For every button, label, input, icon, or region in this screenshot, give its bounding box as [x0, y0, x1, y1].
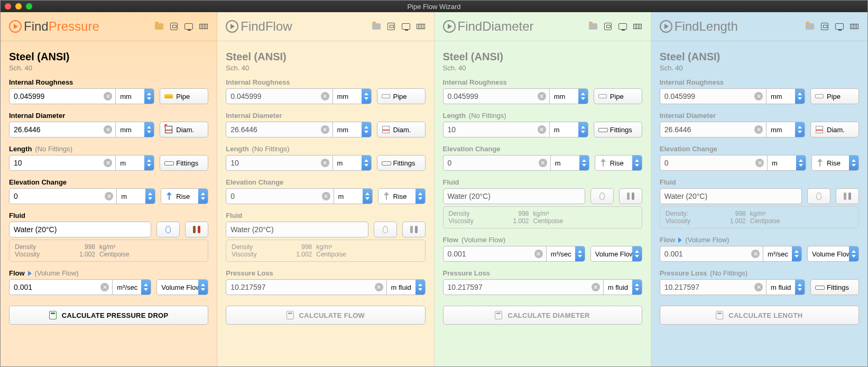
diameter-unit-select[interactable]: mm — [115, 122, 154, 137]
elevation-unit-select[interactable]: m — [550, 155, 589, 171]
clear-icon[interactable]: ✕ — [755, 159, 764, 167]
diameter-button[interactable]: Diam. — [810, 122, 859, 137]
flow-type-select[interactable]: Volume Flow — [156, 279, 208, 295]
calculate-button[interactable]: CALCULATE PRESSURE DROP — [9, 306, 208, 325]
pipe-button[interactable]: Pipe — [377, 88, 426, 104]
roughness-input[interactable] — [660, 88, 766, 104]
diameter-input[interactable] — [660, 122, 766, 137]
screen-icon[interactable] — [835, 22, 844, 31]
fittings-button[interactable]: Fittings — [377, 155, 426, 171]
calculate-button[interactable]: CALCULATE LENGTH — [660, 306, 859, 325]
diameter-unit-select[interactable]: mm — [766, 122, 805, 137]
pressure-loss-unit-select[interactable]: m fluid — [603, 279, 642, 295]
length-unit-select[interactable]: m — [115, 155, 154, 171]
clear-icon[interactable]: ✕ — [375, 283, 383, 291]
clear-icon[interactable]: ✕ — [754, 125, 763, 134]
fluid-drop-button[interactable] — [156, 222, 180, 237]
rise-select[interactable]: Rise — [811, 155, 859, 171]
roughness-unit-select[interactable]: mm — [115, 88, 154, 104]
roughness-input[interactable] — [9, 88, 115, 104]
pressure-loss-unit-select[interactable]: m fluid — [386, 279, 426, 295]
units-icon[interactable] — [849, 22, 859, 31]
fluid-cylinder-button[interactable] — [619, 188, 642, 204]
elevation-unit-select[interactable]: m — [116, 188, 155, 204]
roughness-unit-select[interactable]: mm — [766, 88, 805, 104]
screen-icon[interactable] — [401, 22, 411, 31]
flow-input[interactable] — [9, 279, 112, 295]
diameter-input[interactable] — [9, 122, 115, 137]
fittings-button[interactable]: Fittings — [160, 155, 208, 171]
elevation-input[interactable] — [9, 188, 116, 204]
diameter-unit-select[interactable]: mm — [333, 122, 372, 137]
open-icon[interactable] — [588, 22, 598, 31]
length-unit-select[interactable]: m — [549, 122, 588, 137]
clear-icon[interactable]: ✕ — [104, 159, 112, 167]
clear-icon[interactable]: ✕ — [538, 125, 546, 134]
clear-icon[interactable]: ✕ — [754, 92, 763, 100]
fluid-display[interactable]: Water (20°C) — [9, 222, 151, 237]
roughness-input[interactable] — [443, 88, 549, 104]
clear-icon[interactable]: ✕ — [104, 125, 112, 134]
diameter-button[interactable]: Diam. — [377, 122, 426, 137]
screen-icon[interactable] — [184, 22, 193, 31]
pipe-button[interactable]: Pipe — [594, 88, 642, 104]
length-input[interactable] — [443, 122, 549, 137]
fluid-drop-button[interactable] — [590, 188, 614, 204]
calculate-button[interactable]: CALCULATE DIAMETER — [443, 306, 642, 325]
length-unit-select[interactable]: m — [333, 155, 372, 171]
fluid-display[interactable]: Water (20°C) — [660, 188, 802, 204]
flow-unit-select[interactable]: m³/sec — [546, 246, 585, 262]
clear-icon[interactable]: ✕ — [105, 192, 113, 200]
diameter-button[interactable]: Diam. — [160, 122, 208, 137]
pipe-button[interactable]: Pipe — [160, 88, 208, 104]
clear-icon[interactable]: ✕ — [538, 92, 546, 100]
fluid-cylinder-button[interactable] — [402, 222, 426, 237]
flow-unit-select[interactable]: m³/sec — [763, 246, 802, 262]
flow-type-select[interactable]: Volume Flow — [590, 246, 642, 262]
clear-icon[interactable]: ✕ — [754, 283, 763, 291]
clear-icon[interactable]: ✕ — [751, 250, 760, 258]
elevation-unit-select[interactable]: m — [767, 155, 806, 171]
units-icon[interactable] — [199, 22, 208, 31]
flow-unit-select[interactable]: m³/sec — [112, 279, 151, 295]
roughness-unit-select[interactable]: mm — [333, 88, 372, 104]
elevation-input[interactable] — [226, 188, 333, 204]
fluid-display[interactable]: Water (20°C) — [226, 222, 368, 237]
clear-icon[interactable]: ✕ — [539, 159, 547, 167]
clear-icon[interactable]: ✕ — [321, 125, 329, 134]
clear-icon[interactable]: ✕ — [100, 283, 109, 291]
save-icon[interactable] — [820, 22, 829, 31]
clear-icon[interactable]: ✕ — [592, 283, 600, 291]
flow-input[interactable] — [443, 246, 546, 262]
fittings-button[interactable]: Fittings — [594, 122, 642, 137]
diameter-input[interactable] — [226, 122, 332, 137]
roughness-input[interactable] — [226, 88, 332, 104]
length-input[interactable] — [9, 155, 115, 171]
clear-icon[interactable]: ✕ — [104, 92, 112, 100]
pressure-loss-input[interactable] — [226, 279, 386, 295]
elevation-unit-select[interactable]: m — [334, 188, 373, 204]
fluid-cylinder-button[interactable] — [836, 188, 859, 204]
pressure-loss-input[interactable] — [660, 279, 766, 295]
open-icon[interactable] — [154, 22, 164, 31]
units-icon[interactable] — [633, 22, 642, 31]
flow-input[interactable] — [660, 246, 763, 262]
pressure-loss-unit-select[interactable]: m fluid — [766, 279, 805, 295]
fluid-drop-button[interactable] — [807, 188, 830, 204]
save-icon[interactable] — [603, 22, 613, 31]
pipe-button[interactable]: Pipe — [810, 88, 859, 104]
clear-icon[interactable]: ✕ — [534, 250, 543, 258]
fittings-button[interactable]: Fittings — [810, 279, 859, 295]
rise-select[interactable]: Rise — [161, 188, 208, 204]
rise-select[interactable]: Rise — [378, 188, 426, 204]
fluid-display[interactable]: Water (20°C) — [443, 188, 585, 204]
save-icon[interactable] — [386, 22, 396, 31]
fluid-drop-button[interactable] — [374, 222, 397, 237]
open-icon[interactable] — [805, 22, 815, 31]
roughness-unit-select[interactable]: mm — [549, 88, 588, 104]
calculate-button[interactable]: CALCULATE FLOW — [226, 306, 425, 325]
rise-select[interactable]: Rise — [595, 155, 642, 171]
elevation-input[interactable] — [443, 155, 550, 171]
units-icon[interactable] — [416, 22, 426, 31]
flow-type-select[interactable]: Volume Flow — [807, 246, 859, 262]
